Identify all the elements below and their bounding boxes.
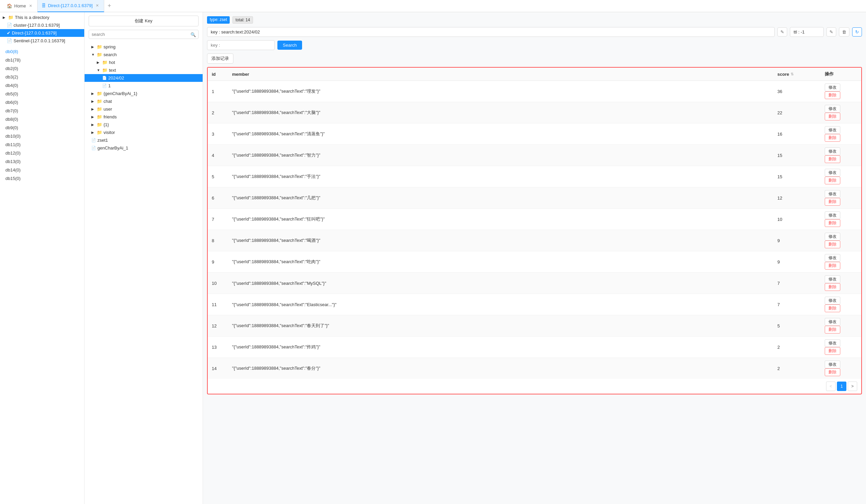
tab-direct-label: Direct-[127.0.0.1:6379] — [48, 3, 93, 8]
data-table-wrapper: id member score ⇅ 操作 1"{"userId":18889 — [207, 67, 862, 394]
edit-button[interactable]: 修改 — [825, 147, 840, 155]
delete-button[interactable]: 删除 — [825, 283, 840, 291]
tree-friends[interactable]: ▶ 📁 friends — [85, 113, 203, 121]
key-bar: key : search:text:2024/02 ✎ ttl : -1 ✎ 🗑… — [207, 27, 862, 37]
edit-button[interactable]: 修改 — [825, 318, 840, 326]
delete-button[interactable]: 删除 — [825, 304, 840, 312]
connection-directory[interactable]: ▶ 📁 This is a directory — [0, 13, 84, 21]
connection-cluster[interactable]: 📄 cluster-[127.0.0.1:6379] — [0, 21, 84, 29]
cell-actions: 修改删除 — [821, 123, 861, 145]
tree-1-folder-label: {1} — [103, 122, 109, 127]
db-item-13[interactable]: db13(0) — [0, 157, 84, 166]
sort-icon[interactable]: ⇅ — [790, 72, 793, 77]
tree-zset1[interactable]: 📄 zset1 — [85, 136, 203, 144]
db-item-6[interactable]: db6(0) — [0, 98, 84, 107]
edit-button[interactable]: 修改 — [825, 339, 840, 347]
db-item-7[interactable]: db7(0) — [0, 107, 84, 115]
connection-direct[interactable]: ✔ Direct-[127.0.0.1:6379] — [0, 29, 84, 37]
cell-score: 9 — [773, 251, 821, 273]
db-item-12[interactable]: db12(0) — [0, 149, 84, 157]
db-item-1[interactable]: db1(78) — [0, 56, 84, 64]
tree-search[interactable]: ▼ 📁 search — [85, 51, 203, 58]
delete-button[interactable]: 删除 — [825, 368, 840, 376]
prev-page-button[interactable]: < — [826, 382, 835, 391]
ttl-edit-button[interactable]: ✎ — [826, 27, 836, 36]
tree-1-folder[interactable]: ▶ 📁 {1} — [85, 121, 203, 128]
table-row: 10"{"userId":18889893884,"searchText":"M… — [208, 273, 861, 294]
db-item-14[interactable]: db14(0) — [0, 166, 84, 174]
cell-score: 7 — [773, 294, 821, 315]
edit-button[interactable]: 修改 — [825, 105, 840, 113]
db-item-10[interactable]: db10(0) — [0, 132, 84, 141]
db-item-3[interactable]: db3(2) — [0, 73, 84, 81]
key-search-input[interactable] — [89, 30, 199, 39]
edit-button[interactable]: 修改 — [825, 83, 840, 91]
db-item-0[interactable]: db0(8) — [0, 47, 84, 56]
tree-user[interactable]: ▶ 📁 user — [85, 105, 203, 113]
delete-button[interactable]: 删除 — [825, 113, 840, 121]
edit-button[interactable]: 修改 — [825, 190, 840, 198]
db-item-4[interactable]: db4(0) — [0, 81, 84, 90]
db-item-5[interactable]: db5(0) — [0, 90, 84, 98]
delete-button[interactable]: 删除 — [825, 177, 840, 184]
chevron-user-icon: ▶ — [91, 107, 96, 111]
tab-direct-close[interactable]: ✕ — [95, 3, 100, 8]
delete-button[interactable]: 删除 — [825, 347, 840, 355]
edit-button[interactable]: 修改 — [825, 126, 840, 134]
chevron-text-icon: ▼ — [97, 68, 101, 72]
add-record-button[interactable]: 添加记录 — [207, 54, 233, 64]
value-search-bar: Search — [207, 40, 862, 50]
pagination: < 1 > — [208, 379, 861, 394]
tab-home-close[interactable]: ✕ — [28, 3, 33, 9]
delete-button[interactable]: 删除 — [825, 155, 840, 163]
search-icon[interactable]: 🔍 — [190, 32, 196, 37]
tree-genchar-key[interactable]: 📄 genCharByAi_1 — [85, 144, 203, 152]
tree-2024-02[interactable]: 📄 2024/02 — [85, 74, 203, 82]
refresh-button[interactable]: ↻ — [852, 27, 862, 36]
cell-actions: 修改删除 — [821, 337, 861, 358]
edit-button[interactable]: 修改 — [825, 275, 840, 283]
db-item-11[interactable]: db11(0) — [0, 141, 84, 149]
delete-button[interactable]: 删除 — [825, 262, 840, 270]
tree-1[interactable]: 📄 1 — [85, 82, 203, 90]
delete-key-button[interactable]: 🗑 — [839, 27, 850, 36]
create-key-button[interactable]: 创建 Key — [89, 15, 199, 26]
col-score[interactable]: score ⇅ — [773, 68, 821, 81]
tree-hot[interactable]: ▶ 📁 hot — [85, 58, 203, 66]
db-item-9[interactable]: db9(0) — [0, 123, 84, 132]
delete-button[interactable]: 删除 — [825, 326, 840, 334]
tab-direct[interactable]: 🗄 Direct-[127.0.0.1:6379] ✕ — [37, 0, 104, 12]
cell-member: "{"userId":18889893884,"searchText":"吃肉"… — [228, 251, 773, 273]
edit-button[interactable]: 修改 — [825, 233, 840, 240]
file-icon: 📄 — [7, 23, 12, 28]
db-item-15[interactable]: db15(0) — [0, 174, 84, 183]
edit-button[interactable]: 修改 — [825, 296, 840, 304]
cell-score: 5 — [773, 315, 821, 337]
tree-visitor[interactable]: ▶ 📁 visitor — [85, 128, 203, 136]
edit-button[interactable]: 修改 — [825, 169, 840, 177]
db-item-2[interactable]: db2(0) — [0, 64, 84, 73]
delete-button[interactable]: 删除 — [825, 134, 840, 142]
tree-text[interactable]: ▼ 📁 text — [85, 66, 203, 74]
tab-add-button[interactable]: + — [104, 2, 115, 10]
edit-button[interactable]: 修改 — [825, 254, 840, 262]
delete-button[interactable]: 删除 — [825, 240, 840, 248]
key-edit-button[interactable]: ✎ — [777, 27, 787, 36]
tab-home[interactable]: 🏠 Home ✕ — [3, 0, 37, 12]
tree-spring[interactable]: ▶ 📁 spring — [85, 43, 203, 51]
value-search-input[interactable] — [207, 40, 275, 50]
edit-button[interactable]: 修改 — [825, 361, 840, 368]
delete-button[interactable]: 删除 — [825, 198, 840, 206]
value-search-button[interactable]: Search — [277, 41, 302, 50]
next-page-button[interactable]: > — [848, 382, 857, 391]
delete-button[interactable]: 删除 — [825, 219, 840, 227]
delete-button[interactable]: 删除 — [825, 91, 840, 99]
check-icon: ✔ — [7, 31, 11, 35]
db-item-8[interactable]: db8(0) — [0, 115, 84, 123]
tree-text-label: text — [109, 68, 116, 73]
tree-chat[interactable]: ▶ 📁 chat — [85, 98, 203, 105]
connection-sentinel[interactable]: 📄 Sentinel-[127.0.0.1:16379] — [0, 37, 84, 45]
page-1-button[interactable]: 1 — [837, 382, 846, 391]
tree-genchar[interactable]: ▶ 📁 {genCharByAi_1} — [85, 90, 203, 98]
edit-button[interactable]: 修改 — [825, 211, 840, 219]
